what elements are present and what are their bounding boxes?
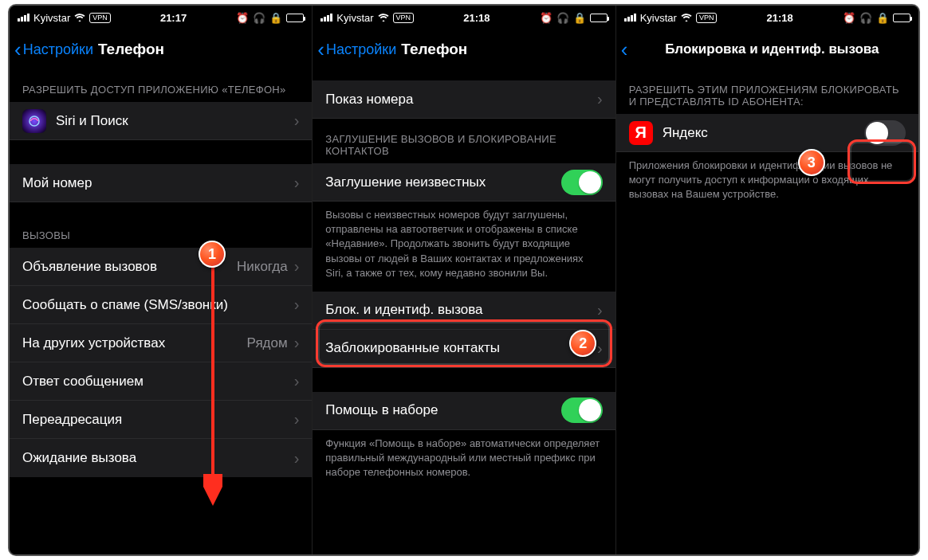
tutorial-canvas: Kyivstar VPN 21:17 ⏰ 🎧 🔒 ‹ Настройки Тел… bbox=[8, 4, 920, 556]
clock: 21:18 bbox=[463, 12, 490, 24]
cell-dial-assist[interactable]: Помощь в наборе bbox=[313, 392, 615, 430]
nav-bar: ‹ Блокировка и идентиф. вызова bbox=[616, 29, 918, 69]
toggle-yandex[interactable] bbox=[864, 120, 906, 146]
screen-1: Kyivstar VPN 21:17 ⏰ 🎧 🔒 ‹ Настройки Тел… bbox=[10, 6, 313, 554]
cell-spam-report[interactable]: Сообщать о спаме (SMS/звонки) › bbox=[10, 286, 312, 324]
cell-label: Блок. и идентиф. вызова bbox=[325, 302, 597, 318]
battery-icon bbox=[893, 14, 910, 22]
vpn-icon: VPN bbox=[89, 13, 111, 23]
cell-my-number[interactable]: Мой номер › bbox=[10, 164, 312, 202]
alarm-icon: ⏰ bbox=[236, 12, 249, 24]
status-bar: Kyivstar VPN 21:18 ⏰ 🎧 🔒 bbox=[616, 6, 918, 29]
chevron-right-icon: › bbox=[294, 410, 300, 429]
battery-icon bbox=[286, 14, 304, 22]
cell-label: На других устройствах bbox=[22, 335, 247, 351]
annotation-badge-1: 1 bbox=[199, 241, 226, 268]
cell-other-devices[interactable]: На других устройствах Рядом › bbox=[10, 324, 312, 362]
headphones-icon: 🎧 bbox=[859, 12, 872, 24]
back-label: Настройки bbox=[326, 41, 396, 58]
group-header-silence: ЗАГЛУШЕНИЕ ВЫЗОВОВ И БЛОКИРОВАНИЕ КОНТАК… bbox=[313, 119, 615, 163]
siri-icon bbox=[22, 109, 46, 133]
cell-label: Яндекс bbox=[663, 125, 864, 141]
chevron-left-icon: ‹ bbox=[621, 39, 628, 60]
back-label: Настройки bbox=[23, 41, 93, 58]
cell-siri[interactable]: Siri и Поиск › bbox=[10, 102, 312, 140]
battery-icon bbox=[590, 14, 608, 22]
signal-icon bbox=[18, 14, 29, 22]
signal-icon bbox=[320, 14, 332, 22]
cell-label: Заблокированные контакты bbox=[325, 340, 597, 356]
cell-label: Siri и Поиск bbox=[56, 113, 294, 129]
group-header-calls: ВЫЗОВЫ bbox=[10, 202, 312, 248]
orientation-lock-icon: 🔒 bbox=[573, 12, 586, 24]
cell-label: Показ номера bbox=[325, 92, 597, 108]
page-title: Блокировка и идентиф. вызова bbox=[665, 41, 879, 57]
settings-list[interactable]: Показ номера › ЗАГЛУШЕНИЕ ВЫЗОВОВ И БЛОК… bbox=[313, 69, 615, 554]
group-footer-dial-assist: Функция «Помощь в наборе» автоматически … bbox=[313, 430, 615, 485]
headphones-icon: 🎧 bbox=[556, 12, 569, 24]
back-button[interactable]: ‹ bbox=[621, 39, 628, 60]
cell-silence-unknown[interactable]: Заглушение неизвестных bbox=[313, 163, 615, 202]
chevron-right-icon: › bbox=[294, 449, 300, 468]
cell-yandex[interactable]: Я Яндекс bbox=[616, 114, 918, 152]
toggle-dial-assist[interactable] bbox=[561, 397, 603, 423]
orientation-lock-icon: 🔒 bbox=[269, 12, 282, 24]
alarm-icon: ⏰ bbox=[540, 12, 552, 24]
cell-label: Ожидание вызова bbox=[22, 450, 294, 466]
status-bar: Kyivstar VPN 21:18 ⏰ 🎧 🔒 bbox=[313, 6, 615, 29]
cell-detail: Никогда bbox=[237, 259, 288, 275]
group-header-allow-apps: РАЗРЕШИТЬ ЭТИМ ПРИЛОЖЕНИЯМ БЛОКИРОВАТЬ И… bbox=[616, 69, 918, 114]
cell-detail: Рядом bbox=[247, 335, 288, 351]
alarm-icon: ⏰ bbox=[843, 12, 855, 24]
settings-list[interactable]: РАЗРЕШИТЬ ЭТИМ ПРИЛОЖЕНИЯМ БЛОКИРОВАТЬ И… bbox=[616, 69, 918, 554]
group-footer-info: Приложения блокировки и идентификации вы… bbox=[616, 152, 918, 207]
cell-reply-message[interactable]: Ответ сообщением › bbox=[10, 362, 312, 401]
cell-label: Заглушение неизвестных bbox=[325, 174, 560, 190]
nav-bar: ‹ Настройки Телефон bbox=[313, 29, 615, 69]
wifi-icon bbox=[681, 12, 692, 24]
carrier-label: Kyivstar bbox=[33, 12, 70, 24]
cell-label: Ответ сообщением bbox=[22, 374, 294, 390]
chevron-right-icon: › bbox=[294, 372, 300, 390]
chevron-right-icon: › bbox=[597, 90, 603, 108]
group-header-allow: РАЗРЕШИТЬ ДОСТУП ПРИЛОЖЕНИЮ «ТЕЛЕФОН» bbox=[10, 69, 312, 102]
back-button[interactable]: ‹ Настройки bbox=[14, 39, 93, 60]
headphones-icon: 🎧 bbox=[253, 12, 265, 24]
carrier-label: Kyivstar bbox=[640, 12, 677, 24]
chevron-left-icon: ‹ bbox=[14, 39, 22, 60]
cell-call-waiting[interactable]: Ожидание вызова › bbox=[10, 439, 312, 477]
settings-list[interactable]: РАЗРЕШИТЬ ДОСТУП ПРИЛОЖЕНИЮ «ТЕЛЕФОН» Si… bbox=[10, 69, 312, 554]
back-button[interactable]: ‹ Настройки bbox=[317, 39, 396, 60]
group-footer-silence: Вызовы с неизвестных номеров будут заглу… bbox=[313, 202, 615, 285]
cell-announce-calls[interactable]: Объявление вызовов Никогда › bbox=[10, 248, 312, 286]
status-bar: Kyivstar VPN 21:17 ⏰ 🎧 🔒 bbox=[10, 6, 312, 29]
chevron-right-icon: › bbox=[294, 334, 300, 352]
cell-show-number[interactable]: Показ номера › bbox=[313, 80, 615, 119]
cell-label: Сообщать о спаме (SMS/звонки) bbox=[22, 297, 294, 313]
carrier-label: Kyivstar bbox=[336, 12, 373, 24]
chevron-right-icon: › bbox=[294, 296, 300, 314]
clock: 21:18 bbox=[767, 12, 793, 24]
page-title: Телефон bbox=[401, 41, 467, 58]
vpn-icon: VPN bbox=[696, 13, 718, 23]
chevron-right-icon: › bbox=[294, 112, 300, 130]
yandex-icon: Я bbox=[629, 121, 653, 145]
annotation-badge-3: 3 bbox=[798, 149, 825, 176]
signal-icon bbox=[624, 14, 636, 22]
wifi-icon bbox=[378, 12, 389, 24]
cell-label: Помощь в наборе bbox=[325, 402, 560, 418]
cell-label: Мой номер bbox=[22, 175, 294, 191]
toggle-silence-unknown[interactable] bbox=[561, 170, 603, 195]
chevron-left-icon: ‹ bbox=[317, 39, 324, 60]
cell-block-and-id[interactable]: Блок. и идентиф. вызова › bbox=[313, 292, 615, 330]
chevron-right-icon: › bbox=[597, 301, 603, 319]
screen-3: Kyivstar VPN 21:18 ⏰ 🎧 🔒 ‹ Блокировка и … bbox=[616, 6, 918, 554]
page-title: Телефон bbox=[98, 41, 164, 58]
cell-forwarding[interactable]: Переадресация › bbox=[10, 401, 312, 439]
chevron-right-icon: › bbox=[294, 257, 300, 276]
screen-2: Kyivstar VPN 21:18 ⏰ 🎧 🔒 ‹ Настройки Тел… bbox=[313, 6, 615, 554]
nav-bar: ‹ Настройки Телефон bbox=[10, 29, 312, 69]
chevron-right-icon: › bbox=[597, 339, 603, 358]
vpn-icon: VPN bbox=[393, 13, 415, 23]
clock: 21:17 bbox=[160, 12, 187, 24]
